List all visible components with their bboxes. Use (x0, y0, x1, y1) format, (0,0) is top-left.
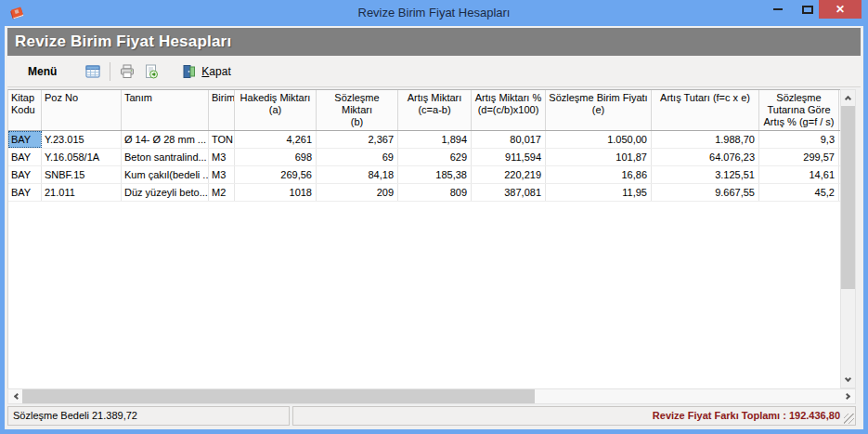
cell[interactable]: 698 (235, 149, 317, 165)
cell[interactable]: BAY (8, 149, 42, 165)
cell[interactable]: 64.076,23 (652, 149, 759, 165)
minimize-icon (773, 8, 783, 10)
cell[interactable]: Beton santralind... (122, 149, 209, 165)
cell[interactable]: 80,017 (472, 131, 546, 148)
cell[interactable]: 629 (398, 149, 472, 165)
cell[interactable]: 1,894 (398, 131, 472, 148)
cell[interactable]: 185,38 (398, 166, 472, 183)
column-header[interactable]: Artış Tutarı (f=c x e) (652, 90, 759, 130)
resize-grip[interactable] (844, 414, 854, 424)
cell[interactable]: Y.16.058/1A (42, 149, 122, 165)
column-header[interactable]: Sözleşme Birim Fiyatı (e) (546, 90, 652, 130)
form-caption: Revize Birim Fiyat Hesapları (7, 28, 861, 56)
cell[interactable]: 21.011 (42, 184, 122, 201)
titlebar: Revize Birim Fiyat Hesapları ✕ (0, 0, 868, 28)
column-header[interactable]: Tanım (122, 90, 209, 130)
column-header[interactable]: Kitap Kodu (8, 90, 42, 130)
cell[interactable]: 269,56 (235, 166, 317, 183)
exit-door-icon (182, 64, 197, 79)
cell[interactable]: 387,081 (472, 184, 546, 201)
status-contract-total: Sözleşme Bedeli 21.389,72 (7, 406, 290, 426)
vertical-scrollbar[interactable] (840, 89, 856, 388)
cell[interactable]: 11,95 (546, 184, 652, 201)
toolbar: Menü (7, 56, 861, 87)
cell[interactable]: 4,261 (235, 131, 317, 148)
cell[interactable]: M2 (209, 184, 235, 201)
scroll-down-icon (845, 375, 851, 382)
cell[interactable]: M3 (209, 149, 235, 165)
cell[interactable]: Kum çakıl(bedeli ... (122, 166, 209, 183)
window-title: Revize Birim Fiyat Hesapları (0, 0, 868, 26)
cell[interactable]: 2,367 (317, 131, 398, 148)
cell[interactable]: 3.125,51 (652, 166, 759, 183)
cell[interactable]: 9.667,55 (652, 184, 759, 201)
cell[interactable]: M3 (209, 166, 235, 183)
cell[interactable]: 209 (317, 184, 398, 201)
grid-view-button[interactable] (84, 62, 102, 81)
printer-icon (120, 64, 135, 79)
print-button[interactable] (118, 62, 136, 81)
table-row: BAYY.23.015Ø 14- Ø 28 mm ...TON4,2612,36… (8, 131, 840, 149)
cell[interactable]: BAY (8, 131, 42, 148)
cell[interactable]: Ø 14- Ø 28 mm ... (122, 131, 209, 148)
export-button[interactable] (142, 62, 161, 81)
toolbar-separator (110, 62, 110, 81)
cell[interactable]: 299,57 (759, 149, 839, 165)
column-header[interactable]: Sözleşme Miktarı (b) (317, 90, 398, 130)
cell[interactable]: Düz yüzeyli beto... (122, 184, 209, 201)
scroll-down-button[interactable] (841, 373, 855, 388)
close-button[interactable]: ✕ (819, 0, 862, 19)
column-header[interactable]: Artış Miktarı (c=a-b) (398, 90, 472, 130)
cell[interactable]: 14,61 (759, 166, 839, 183)
column-header[interactable]: Artış Miktarı % (d=(c/b)x100) (472, 90, 546, 130)
cell[interactable]: Y.23.015 (42, 131, 122, 148)
app-window: Revize Birim Fiyat Hesapları ✕ Revize Bi… (0, 0, 868, 434)
cell[interactable]: 16,86 (546, 166, 652, 183)
cell[interactable]: 1.988,70 (652, 131, 759, 148)
cell[interactable]: 69 (317, 149, 398, 165)
table-row: BAYSNBF.15Kum çakıl(bedeli ...M3269,5684… (8, 166, 840, 184)
minimize-button[interactable] (765, 0, 791, 19)
grid-body: BAYY.23.015Ø 14- Ø 28 mm ...TON4,2612,36… (8, 131, 840, 202)
cell[interactable]: 45,2 (759, 184, 839, 201)
kapat-button[interactable]: Kapat (178, 62, 234, 81)
column-header[interactable]: Birim (209, 90, 235, 130)
cell[interactable]: 911,594 (472, 149, 546, 165)
scroll-up-icon (845, 96, 851, 102)
column-header[interactable]: Sözleşme Tutarına Göre Artış % (g=f / s) (759, 90, 839, 130)
cell[interactable]: 9,3 (759, 131, 839, 148)
scroll-up-button[interactable] (841, 90, 855, 105)
maximize-button[interactable] (795, 0, 821, 19)
scroll-left-button[interactable] (8, 389, 22, 403)
status-revised-total: Revize Fiyat Farkı Toplamı : 192.436,80 (292, 406, 856, 426)
cell[interactable]: SNBF.15 (42, 166, 122, 183)
grid-icon (85, 64, 100, 79)
cell[interactable]: TON (209, 131, 235, 148)
data-grid: Kitap KoduPoz NoTanımBirimHakediş Miktar… (7, 89, 840, 388)
scroll-left-icon (13, 393, 19, 400)
menu-button[interactable]: Menü (20, 61, 64, 82)
cell[interactable]: 84,18 (317, 166, 398, 183)
vertical-scrollbar-thumb[interactable] (841, 106, 855, 289)
cell[interactable]: 1018 (235, 184, 317, 201)
cell[interactable]: 1.050,00 (546, 131, 652, 148)
statusbar: Sözleşme Bedeli 21.389,72 Revize Fiyat F… (7, 406, 856, 426)
cell[interactable]: BAY (8, 184, 42, 201)
cell[interactable]: BAY (8, 166, 42, 183)
cell[interactable]: 809 (398, 184, 472, 201)
cell[interactable]: 220,219 (472, 166, 546, 183)
kapat-label: Kapat (201, 65, 230, 78)
scroll-right-button[interactable] (841, 389, 855, 403)
column-header[interactable]: Poz No (42, 90, 122, 130)
close-icon: ✕ (836, 3, 845, 16)
status-revised-total-text: Revize Fiyat Farkı Toplamı : 192.436,80 (653, 410, 840, 421)
scroll-right-icon (843, 393, 849, 400)
page-export-icon (144, 64, 159, 79)
horizontal-scrollbar-thumb[interactable] (22, 389, 535, 403)
grid-header-row: Kitap KoduPoz NoTanımBirimHakediş Miktar… (8, 90, 840, 131)
horizontal-scrollbar[interactable] (7, 388, 856, 404)
maximize-icon (802, 6, 813, 14)
column-header[interactable]: Hakediş Miktarı (a) (235, 90, 317, 130)
table-row: BAYY.16.058/1ABeton santralind...M369869… (8, 149, 840, 166)
cell[interactable]: 101,87 (546, 149, 652, 165)
